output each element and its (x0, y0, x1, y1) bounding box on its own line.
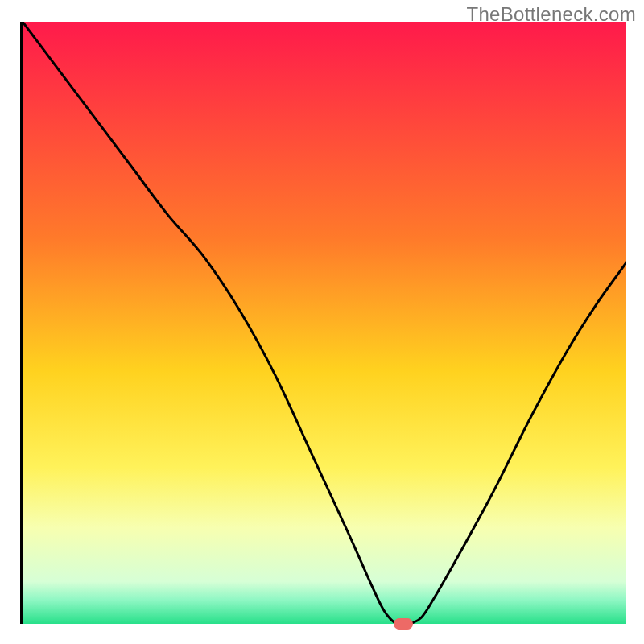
plot-area (20, 22, 624, 624)
plot-svg (23, 22, 626, 624)
optimum-marker (394, 618, 413, 630)
gradient-background (23, 22, 626, 624)
bottleneck-chart: TheBottleneck.com (0, 0, 644, 644)
